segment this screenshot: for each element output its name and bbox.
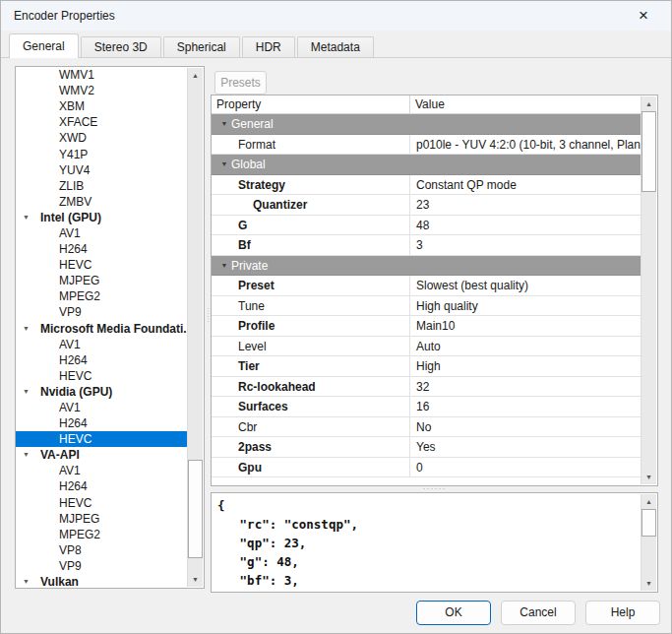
- tab-spherical[interactable]: Spherical: [163, 36, 240, 57]
- encoder-item-wmv2[interactable]: WMV2: [16, 83, 187, 98]
- options-json-box[interactable]: { "rc": "constqp", "qp": 23, "g": 48, "b…: [211, 492, 658, 593]
- property-value[interactable]: High quality: [410, 296, 641, 316]
- scroll-down-icon[interactable]: ▼: [641, 576, 656, 591]
- encoder-item-h264[interactable]: H264: [16, 352, 187, 368]
- ok-button[interactable]: OK: [416, 601, 491, 625]
- encoder-item-zlib[interactable]: ZLIB: [16, 178, 187, 194]
- encoder-item-mjpeg[interactable]: MJPEG: [16, 511, 187, 527]
- property-row-strategy[interactable]: StrategyConstant QP mode: [212, 175, 641, 196]
- encoder-item-yuv4[interactable]: YUV4: [16, 162, 187, 178]
- property-row-surfaces[interactable]: Surfaces16: [212, 397, 641, 417]
- encoder-item-h264[interactable]: H264: [16, 241, 187, 257]
- encoder-item-hevc[interactable]: HEVC: [16, 368, 187, 384]
- encoder-item-vp9[interactable]: VP9: [16, 558, 187, 574]
- encoder-item-microsoft-media-foundati[interactable]: ▼Microsoft Media Foundati...: [16, 321, 187, 337]
- collapse-arrow-icon[interactable]: ▼: [16, 447, 36, 463]
- encoder-item-h264[interactable]: H264: [16, 478, 187, 494]
- collapse-arrow-icon[interactable]: ▼: [212, 155, 231, 174]
- property-row-cbr[interactable]: CbrNo: [212, 417, 641, 438]
- property-value[interactable]: Constant QP mode: [410, 175, 641, 195]
- encoder-item-y41p[interactable]: Y41P: [16, 146, 187, 161]
- property-value[interactable]: Main10: [410, 316, 641, 336]
- encoder-item-av1[interactable]: AV1: [16, 337, 187, 352]
- encoder-item-av1[interactable]: AV1: [16, 225, 187, 241]
- property-value[interactable]: p010le - YUV 4:2:0 (10-bit, 3 channel, P…: [410, 135, 641, 155]
- scrollbar-thumb[interactable]: [641, 509, 656, 537]
- options-json-text[interactable]: { "rc": "constqp", "qp": 23, "g": 48, "b…: [212, 493, 641, 592]
- scroll-down-icon[interactable]: ▼: [641, 470, 656, 484]
- collapse-arrow-icon[interactable]: ▼: [16, 210, 36, 225]
- collapse-arrow-icon[interactable]: ▼: [212, 114, 231, 134]
- property-row-preset[interactable]: PresetSlowest (best quality): [212, 276, 641, 296]
- cancel-button[interactable]: Cancel: [501, 601, 576, 625]
- collapse-arrow-icon[interactable]: ▼: [16, 574, 36, 589]
- property-value[interactable]: No: [410, 417, 641, 437]
- tab-metadata[interactable]: Metadata: [297, 36, 374, 57]
- property-row-bf[interactable]: Bf3: [212, 235, 641, 256]
- encoder-item-av1[interactable]: AV1: [16, 400, 187, 415]
- property-value[interactable]: High: [410, 356, 641, 376]
- presets-button[interactable]: Presets: [214, 71, 267, 95]
- encoder-item-xbm[interactable]: XBM: [16, 98, 187, 114]
- close-icon[interactable]: ×: [624, 1, 663, 31]
- property-value[interactable]: 0: [410, 458, 641, 477]
- help-button[interactable]: Help: [585, 601, 660, 625]
- property-row-format[interactable]: Formatp010le - YUV 4:2:0 (10-bit, 3 chan…: [212, 135, 641, 156]
- encoder-item-mpeg2[interactable]: MPEG2: [16, 288, 187, 304]
- group-row-global[interactable]: ▼Global: [212, 155, 641, 175]
- encoder-item-vp9[interactable]: VP9: [16, 304, 187, 320]
- encoder-item-mjpeg[interactable]: MJPEG: [16, 273, 187, 288]
- encoder-item-intel-gpu[interactable]: ▼Intel (GPU): [16, 210, 187, 225]
- tab-hdr[interactable]: HDR: [242, 36, 295, 57]
- horizontal-splitter[interactable]: ······: [211, 485, 658, 492]
- property-value[interactable]: Slowest (best quality): [410, 276, 641, 295]
- encoder-item-vulkan[interactable]: ▼Vulkan: [16, 574, 187, 589]
- collapse-arrow-icon[interactable]: ▼: [16, 321, 36, 337]
- encoder-item-wmv1[interactable]: WMV1: [16, 67, 187, 83]
- encoder-item-hevc[interactable]: HEVC: [16, 495, 187, 511]
- scrollbar-thumb[interactable]: [188, 460, 203, 558]
- group-row-general[interactable]: ▼General: [212, 114, 641, 135]
- property-row-profile[interactable]: ProfileMain10: [212, 316, 641, 337]
- encoder-item-mpeg2[interactable]: MPEG2: [16, 527, 187, 542]
- encoder-item-h264[interactable]: H264: [16, 415, 187, 431]
- encoder-item-xwd[interactable]: XWD: [16, 130, 187, 146]
- encoder-item-va-api[interactable]: ▼VA-API: [16, 447, 187, 463]
- property-value[interactable]: 16: [410, 397, 641, 416]
- encoder-item-xface[interactable]: XFACE: [16, 114, 187, 130]
- encoder-item-vp8[interactable]: VP8: [16, 542, 187, 558]
- property-value[interactable]: 3: [410, 235, 641, 255]
- property-value[interactable]: 23: [410, 195, 641, 215]
- tab-general[interactable]: General: [9, 33, 79, 58]
- scrollbar-thumb[interactable]: [641, 111, 656, 192]
- tab-stereo-3d[interactable]: Stereo 3D: [81, 36, 161, 57]
- group-row-private[interactable]: ▼Private: [212, 256, 641, 277]
- property-value[interactable]: 32: [410, 377, 641, 397]
- scroll-up-icon[interactable]: ▲: [641, 96, 656, 111]
- collapse-arrow-icon[interactable]: ▼: [16, 384, 36, 400]
- encoder-item-hevc[interactable]: HEVC: [16, 431, 187, 447]
- options-json-scrollbar[interactable]: ▲ ▼: [641, 494, 656, 591]
- scroll-down-icon[interactable]: ▼: [188, 572, 203, 587]
- property-row-tune[interactable]: TuneHigh quality: [212, 296, 641, 317]
- property-value[interactable]: 48: [410, 216, 641, 235]
- property-table[interactable]: Property Value ▼GeneralFormatp010le - YU…: [211, 95, 658, 486]
- property-value[interactable]: Yes: [410, 437, 641, 457]
- scroll-up-icon[interactable]: ▲: [641, 494, 656, 509]
- property-row-g[interactable]: G48: [212, 216, 641, 236]
- encoder-list-scrollbar[interactable]: ▲ ▼: [187, 68, 203, 587]
- encoder-item-hevc[interactable]: HEVC: [16, 257, 187, 273]
- property-table-scrollbar[interactable]: ▲ ▼: [641, 96, 656, 484]
- property-row-quantizer[interactable]: Quantizer23: [212, 195, 641, 216]
- collapse-arrow-icon[interactable]: ▼: [212, 256, 231, 276]
- encoder-item-av1[interactable]: AV1: [16, 463, 187, 478]
- property-row-level[interactable]: LevelAuto: [212, 337, 641, 357]
- property-value[interactable]: Auto: [410, 337, 641, 356]
- property-row-tier[interactable]: TierHigh: [212, 356, 641, 377]
- property-row-2pass[interactable]: 2passYes: [212, 437, 641, 458]
- encoder-item-zmbv[interactable]: ZMBV: [16, 194, 187, 210]
- property-row-gpu[interactable]: Gpu0: [212, 458, 641, 478]
- property-row-rc-lookahead[interactable]: Rc-lookahead32: [212, 377, 641, 398]
- encoder-item-nvidia-gpu[interactable]: ▼Nvidia (GPU): [16, 384, 187, 400]
- encoder-list[interactable]: WMV1WMV2XBMXFACEXWDY41PYUV4ZLIBZMBV▼Inte…: [15, 66, 205, 589]
